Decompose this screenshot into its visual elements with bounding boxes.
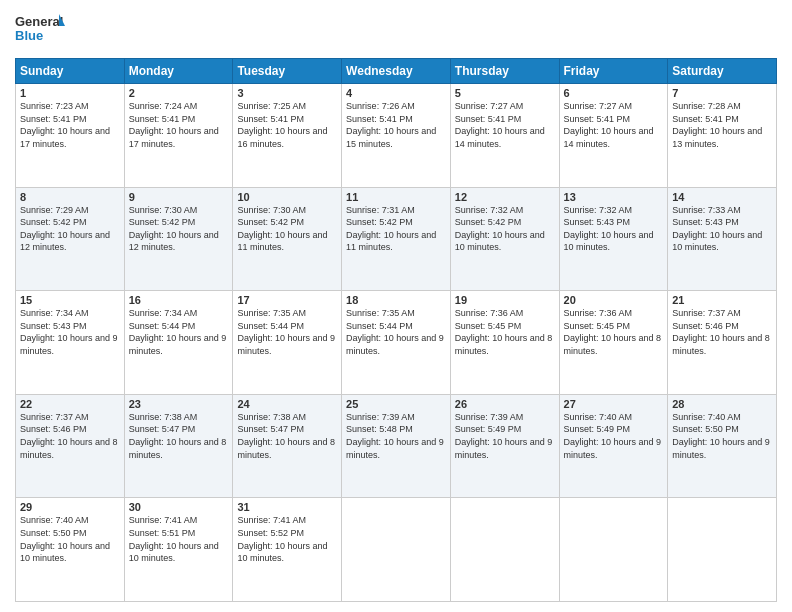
table-row: 1 Sunrise: 7:23 AMSunset: 5:41 PMDayligh… [16,84,125,188]
day-number: 13 [564,191,664,203]
day-number: 10 [237,191,337,203]
day-info: Sunrise: 7:36 AMSunset: 5:45 PMDaylight:… [455,308,553,356]
table-row: 19 Sunrise: 7:36 AMSunset: 5:45 PMDaylig… [450,291,559,395]
day-info: Sunrise: 7:30 AMSunset: 5:42 PMDaylight:… [237,205,327,253]
col-header-wednesday: Wednesday [342,59,451,84]
day-info: Sunrise: 7:23 AMSunset: 5:41 PMDaylight:… [20,101,110,149]
day-number: 7 [672,87,772,99]
table-row: 31 Sunrise: 7:41 AMSunset: 5:52 PMDaylig… [233,498,342,602]
table-row: 16 Sunrise: 7:34 AMSunset: 5:44 PMDaylig… [124,291,233,395]
day-info: Sunrise: 7:39 AMSunset: 5:48 PMDaylight:… [346,412,444,460]
day-number: 8 [20,191,120,203]
day-info: Sunrise: 7:28 AMSunset: 5:41 PMDaylight:… [672,101,762,149]
day-info: Sunrise: 7:34 AMSunset: 5:44 PMDaylight:… [129,308,227,356]
table-row: 5 Sunrise: 7:27 AMSunset: 5:41 PMDayligh… [450,84,559,188]
table-row: 7 Sunrise: 7:28 AMSunset: 5:41 PMDayligh… [668,84,777,188]
day-number: 30 [129,501,229,513]
day-number: 2 [129,87,229,99]
table-row: 29 Sunrise: 7:40 AMSunset: 5:50 PMDaylig… [16,498,125,602]
day-info: Sunrise: 7:38 AMSunset: 5:47 PMDaylight:… [237,412,335,460]
day-info: Sunrise: 7:29 AMSunset: 5:42 PMDaylight:… [20,205,110,253]
day-info: Sunrise: 7:37 AMSunset: 5:46 PMDaylight:… [20,412,118,460]
day-number: 25 [346,398,446,410]
day-number: 24 [237,398,337,410]
day-number: 15 [20,294,120,306]
day-number: 17 [237,294,337,306]
day-info: Sunrise: 7:24 AMSunset: 5:41 PMDaylight:… [129,101,219,149]
day-number: 20 [564,294,664,306]
day-number: 29 [20,501,120,513]
day-info: Sunrise: 7:40 AMSunset: 5:50 PMDaylight:… [20,515,110,563]
day-info: Sunrise: 7:32 AMSunset: 5:43 PMDaylight:… [564,205,654,253]
day-info: Sunrise: 7:39 AMSunset: 5:49 PMDaylight:… [455,412,553,460]
col-header-sunday: Sunday [16,59,125,84]
day-number: 31 [237,501,337,513]
day-info: Sunrise: 7:32 AMSunset: 5:42 PMDaylight:… [455,205,545,253]
table-row: 4 Sunrise: 7:26 AMSunset: 5:41 PMDayligh… [342,84,451,188]
calendar-table: SundayMondayTuesdayWednesdayThursdayFrid… [15,58,777,602]
day-number: 16 [129,294,229,306]
col-header-monday: Monday [124,59,233,84]
day-info: Sunrise: 7:36 AMSunset: 5:45 PMDaylight:… [564,308,662,356]
table-row: 12 Sunrise: 7:32 AMSunset: 5:42 PMDaylig… [450,187,559,291]
table-row: 23 Sunrise: 7:38 AMSunset: 5:47 PMDaylig… [124,394,233,498]
day-number: 9 [129,191,229,203]
table-row [342,498,451,602]
day-info: Sunrise: 7:33 AMSunset: 5:43 PMDaylight:… [672,205,762,253]
day-number: 6 [564,87,664,99]
day-number: 23 [129,398,229,410]
table-row: 15 Sunrise: 7:34 AMSunset: 5:43 PMDaylig… [16,291,125,395]
day-info: Sunrise: 7:38 AMSunset: 5:47 PMDaylight:… [129,412,227,460]
logo: General Blue [15,10,65,52]
day-number: 22 [20,398,120,410]
day-number: 14 [672,191,772,203]
table-row: 27 Sunrise: 7:40 AMSunset: 5:49 PMDaylig… [559,394,668,498]
table-row [450,498,559,602]
day-number: 11 [346,191,446,203]
table-row: 8 Sunrise: 7:29 AMSunset: 5:42 PMDayligh… [16,187,125,291]
logo-icon: General Blue [15,10,65,52]
day-info: Sunrise: 7:41 AMSunset: 5:52 PMDaylight:… [237,515,327,563]
day-number: 18 [346,294,446,306]
col-header-friday: Friday [559,59,668,84]
table-row: 30 Sunrise: 7:41 AMSunset: 5:51 PMDaylig… [124,498,233,602]
table-row: 22 Sunrise: 7:37 AMSunset: 5:46 PMDaylig… [16,394,125,498]
day-number: 26 [455,398,555,410]
table-row: 20 Sunrise: 7:36 AMSunset: 5:45 PMDaylig… [559,291,668,395]
table-row: 14 Sunrise: 7:33 AMSunset: 5:43 PMDaylig… [668,187,777,291]
table-row: 9 Sunrise: 7:30 AMSunset: 5:42 PMDayligh… [124,187,233,291]
table-row: 2 Sunrise: 7:24 AMSunset: 5:41 PMDayligh… [124,84,233,188]
table-row: 25 Sunrise: 7:39 AMSunset: 5:48 PMDaylig… [342,394,451,498]
table-row: 26 Sunrise: 7:39 AMSunset: 5:49 PMDaylig… [450,394,559,498]
day-info: Sunrise: 7:27 AMSunset: 5:41 PMDaylight:… [455,101,545,149]
day-info: Sunrise: 7:40 AMSunset: 5:49 PMDaylight:… [564,412,662,460]
day-number: 21 [672,294,772,306]
day-number: 3 [237,87,337,99]
day-info: Sunrise: 7:26 AMSunset: 5:41 PMDaylight:… [346,101,436,149]
table-row: 13 Sunrise: 7:32 AMSunset: 5:43 PMDaylig… [559,187,668,291]
day-info: Sunrise: 7:35 AMSunset: 5:44 PMDaylight:… [346,308,444,356]
table-row: 11 Sunrise: 7:31 AMSunset: 5:42 PMDaylig… [342,187,451,291]
day-info: Sunrise: 7:31 AMSunset: 5:42 PMDaylight:… [346,205,436,253]
table-row [559,498,668,602]
day-number: 12 [455,191,555,203]
table-row: 3 Sunrise: 7:25 AMSunset: 5:41 PMDayligh… [233,84,342,188]
svg-text:Blue: Blue [15,28,43,43]
table-row [668,498,777,602]
col-header-saturday: Saturday [668,59,777,84]
table-row: 28 Sunrise: 7:40 AMSunset: 5:50 PMDaylig… [668,394,777,498]
table-row: 24 Sunrise: 7:38 AMSunset: 5:47 PMDaylig… [233,394,342,498]
header: General Blue [15,10,777,52]
day-number: 28 [672,398,772,410]
day-info: Sunrise: 7:40 AMSunset: 5:50 PMDaylight:… [672,412,770,460]
day-info: Sunrise: 7:34 AMSunset: 5:43 PMDaylight:… [20,308,118,356]
day-info: Sunrise: 7:41 AMSunset: 5:51 PMDaylight:… [129,515,219,563]
svg-text:General: General [15,14,63,29]
table-row: 10 Sunrise: 7:30 AMSunset: 5:42 PMDaylig… [233,187,342,291]
page: General Blue SundayMondayTuesdayWednesda… [0,0,792,612]
day-info: Sunrise: 7:27 AMSunset: 5:41 PMDaylight:… [564,101,654,149]
table-row: 21 Sunrise: 7:37 AMSunset: 5:46 PMDaylig… [668,291,777,395]
day-number: 1 [20,87,120,99]
day-info: Sunrise: 7:35 AMSunset: 5:44 PMDaylight:… [237,308,335,356]
day-number: 5 [455,87,555,99]
